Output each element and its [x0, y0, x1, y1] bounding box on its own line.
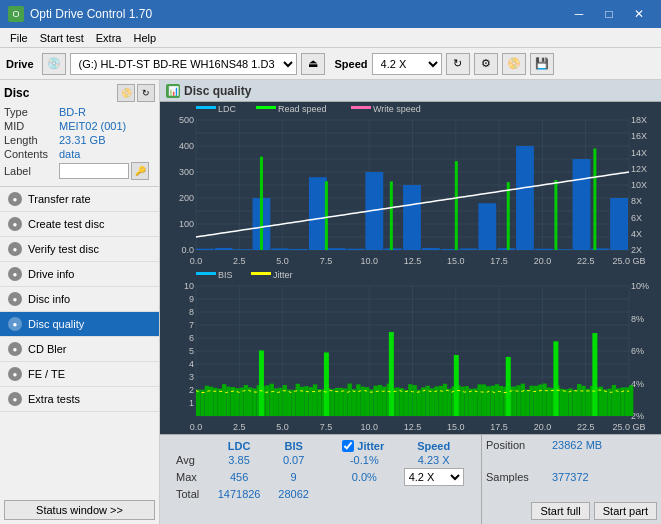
- label-label: Label: [4, 165, 59, 177]
- minimize-button[interactable]: ─: [565, 4, 593, 24]
- nav-item-transfer-rate[interactable]: ●Transfer rate: [0, 187, 159, 212]
- avg-jitter: -0.1%: [334, 453, 394, 467]
- disc-refresh-btn[interactable]: ↻: [137, 84, 155, 102]
- top-chart: [160, 102, 661, 268]
- speed-label: Speed: [335, 58, 368, 70]
- menu-file[interactable]: File: [4, 31, 34, 45]
- mid-label: MID: [4, 120, 59, 132]
- bottom-chart-container: [160, 268, 661, 434]
- maximize-button[interactable]: □: [595, 4, 623, 24]
- app-icon: O: [8, 6, 24, 22]
- drive-select[interactable]: (G:) HL-DT-ST BD-RE WH16NS48 1.D3: [70, 53, 297, 75]
- nav-icon-disc-quality: ●: [8, 317, 22, 331]
- menu-extra[interactable]: Extra: [90, 31, 128, 45]
- nav-label-cd-bler: CD Bler: [28, 343, 67, 355]
- type-label: Type: [4, 106, 59, 118]
- menu-start-test[interactable]: Start test: [34, 31, 90, 45]
- nav-icon-verify-test-disc: ●: [8, 242, 22, 256]
- nav-icon-drive-info: ●: [8, 267, 22, 281]
- disc-section-title: Disc: [4, 86, 29, 100]
- total-bis: 28062: [270, 487, 318, 501]
- jitter-checkbox-label[interactable]: Jitter: [342, 440, 386, 452]
- nav-icon-create-test-disc: ●: [8, 217, 22, 231]
- title-bar: O Opti Drive Control 1.70 ─ □ ✕: [0, 0, 661, 28]
- total-ldc: 1471826: [209, 487, 270, 501]
- length-label: Length: [4, 134, 59, 146]
- save-button[interactable]: 💾: [530, 53, 554, 75]
- drive-icon: 💿: [42, 53, 66, 75]
- left-panel: Disc 📀 ↻ Type BD-R MID MEIT02 (001) Leng…: [0, 80, 160, 524]
- ldc-header: LDC: [209, 439, 270, 453]
- nav-item-extra-tests[interactable]: ●Extra tests: [0, 387, 159, 412]
- type-value: BD-R: [59, 106, 155, 118]
- settings-button[interactable]: ⚙: [474, 53, 498, 75]
- nav-item-create-test-disc[interactable]: ●Create test disc: [0, 212, 159, 237]
- app-title: Opti Drive Control 1.70: [30, 7, 152, 21]
- nav-item-disc-quality[interactable]: ●Disc quality: [0, 312, 159, 337]
- max-bis: 9: [270, 467, 318, 487]
- speed-select[interactable]: 4.2 X: [372, 53, 442, 75]
- chart-header-icon: 📊: [166, 84, 180, 98]
- chart-title: Disc quality: [184, 84, 251, 98]
- nav-item-cd-bler[interactable]: ●CD Bler: [0, 337, 159, 362]
- nav-item-fe-te[interactable]: ●FE / TE: [0, 362, 159, 387]
- speed-stat-label: Speed: [394, 439, 473, 453]
- nav-label-transfer-rate: Transfer rate: [28, 193, 91, 205]
- jitter-label: Jitter: [357, 440, 384, 452]
- max-ldc: 456: [209, 467, 270, 487]
- drive-label: Drive: [6, 58, 34, 70]
- label-input[interactable]: [59, 163, 129, 179]
- eject-button[interactable]: ⏏: [301, 53, 325, 75]
- menu-help[interactable]: Help: [127, 31, 162, 45]
- nav-icon-cd-bler: ●: [8, 342, 22, 356]
- top-chart-container: [160, 102, 661, 268]
- nav-label-fe-te: FE / TE: [28, 368, 65, 380]
- nav-item-disc-info[interactable]: ●Disc info: [0, 287, 159, 312]
- close-button[interactable]: ✕: [625, 4, 653, 24]
- stats-table: LDC BIS Jitter Speed: [160, 435, 481, 524]
- nav-label-disc-quality: Disc quality: [28, 318, 84, 330]
- nav-label-drive-info: Drive info: [28, 268, 74, 280]
- nav-item-verify-test-disc[interactable]: ●Verify test disc: [0, 237, 159, 262]
- nav-icon-disc-info: ●: [8, 292, 22, 306]
- max-jitter: 0.0%: [334, 467, 394, 487]
- main-content: Disc 📀 ↻ Type BD-R MID MEIT02 (001) Leng…: [0, 80, 661, 524]
- avg-ldc: 3.85: [209, 453, 270, 467]
- mid-value: MEIT02 (001): [59, 120, 155, 132]
- speed-select-small[interactable]: 4.2 X: [404, 468, 464, 486]
- disc-icon-btn[interactable]: 📀: [117, 84, 135, 102]
- total-label: Total: [168, 487, 209, 501]
- samples-label: Samples: [486, 471, 546, 483]
- speed-value: 4.23 X: [394, 453, 473, 467]
- contents-value: data: [59, 148, 155, 160]
- length-value: 23.31 GB: [59, 134, 155, 146]
- status-window-button[interactable]: Status window >>: [4, 500, 155, 520]
- stats-right: Position 23862 MB Samples 377372 Start f…: [481, 435, 661, 524]
- disc-section: Disc 📀 ↻ Type BD-R MID MEIT02 (001) Leng…: [0, 80, 159, 187]
- right-panel: 📊 Disc quality LDC: [160, 80, 661, 524]
- nav-label-extra-tests: Extra tests: [28, 393, 80, 405]
- refresh-button[interactable]: ↻: [446, 53, 470, 75]
- start-full-button[interactable]: Start full: [531, 502, 589, 520]
- samples-value: 377372: [552, 471, 589, 483]
- bottom-chart: [160, 268, 661, 434]
- stats-bar: LDC BIS Jitter Speed: [160, 434, 661, 524]
- disc-button[interactable]: 📀: [502, 53, 526, 75]
- nav-label-create-test-disc: Create test disc: [28, 218, 104, 230]
- nav-list: ●Transfer rate●Create test disc●Verify t…: [0, 187, 159, 412]
- bis-header: BIS: [270, 439, 318, 453]
- charts-area: [160, 102, 661, 434]
- max-label: Max: [168, 467, 209, 487]
- nav-item-drive-info[interactable]: ●Drive info: [0, 262, 159, 287]
- position-value: 23862 MB: [552, 439, 602, 451]
- jitter-checkbox[interactable]: [342, 440, 354, 452]
- avg-bis: 0.07: [270, 453, 318, 467]
- nav-icon-fe-te: ●: [8, 367, 22, 381]
- nav-label-disc-info: Disc info: [28, 293, 70, 305]
- chart-header: 📊 Disc quality: [160, 80, 661, 102]
- nav-icon-extra-tests: ●: [8, 392, 22, 406]
- label-icon-btn[interactable]: 🔑: [131, 162, 149, 180]
- position-label: Position: [486, 439, 546, 451]
- start-part-button[interactable]: Start part: [594, 502, 657, 520]
- avg-label: Avg: [168, 453, 209, 467]
